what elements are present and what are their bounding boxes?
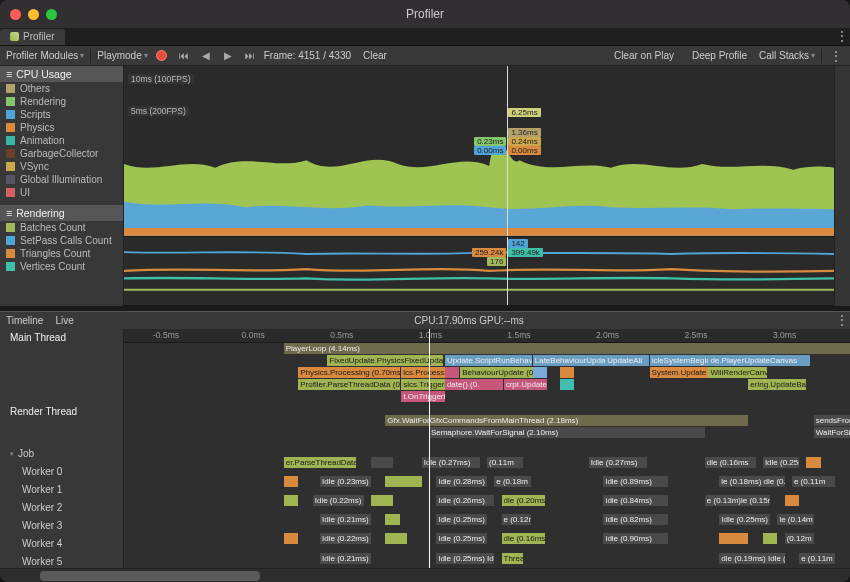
timeline-segment[interactable]: LateBehaviourUpdate (0.62ms) xyxy=(533,355,606,366)
clear-button[interactable]: Clear xyxy=(357,50,393,61)
timeline-segment[interactable]: e (0.13m)le (0.15m)le (0.15m xyxy=(705,495,770,506)
record-button[interactable] xyxy=(154,48,170,64)
live-toggle[interactable]: Live xyxy=(49,315,79,326)
context-menu-icon[interactable]: ⋮ xyxy=(828,48,844,64)
timeline-segment[interactable]: Idle (0.25ms) xyxy=(436,533,487,544)
track-label[interactable]: Render Thread xyxy=(0,403,123,421)
timeline-segment[interactable]: (0.11m xyxy=(487,457,523,468)
timeline-segment[interactable] xyxy=(533,367,548,378)
call-stacks-dropdown[interactable]: Call Stacks xyxy=(759,50,815,61)
track-label[interactable]: Worker 4 xyxy=(0,535,123,553)
profiler-modules-dropdown[interactable]: Profiler Modules xyxy=(6,50,84,61)
timeline-segment[interactable]: BehaviourUpdate (0.54ms) xyxy=(460,367,533,378)
timeline-segment[interactable] xyxy=(445,367,460,378)
timeline-segment[interactable]: Semaphore.WaitForSignal (2.10ms) xyxy=(429,427,705,438)
cpu-chart[interactable]: 10ms (100FPS)5ms (200FPS) 6.25ms1.36ms0.… xyxy=(124,66,834,237)
timeline-segment[interactable]: Idle (0.26ms) xyxy=(436,495,494,506)
module-item[interactable]: UI xyxy=(0,186,123,199)
module-item[interactable]: Global Illumination xyxy=(0,173,123,186)
timeline-segment[interactable]: Idle (0.21ms) xyxy=(320,514,371,525)
timeline-segment[interactable]: Idle (0.22ms) xyxy=(313,495,364,506)
timeline-segment[interactable]: FixedUpdate.PhysicsFixedUpdate (1.23ms) xyxy=(327,355,443,366)
track-label[interactable]: Worker 1 xyxy=(0,481,123,499)
timeline-segment[interactable]: Profiler.ParseThreadData (0.58ms) xyxy=(298,379,400,390)
timeline-menu-icon[interactable]: ⋮ xyxy=(834,312,850,328)
module-item[interactable]: Animation xyxy=(0,134,123,147)
timeline-segment[interactable]: ics.ProcessReports (0.40) xyxy=(401,367,445,378)
module-item[interactable]: Scripts xyxy=(0,108,123,121)
timeline-segment[interactable]: Idle (0.27ms) xyxy=(422,457,480,468)
next-frame-end-icon[interactable]: ⏭ xyxy=(242,48,258,64)
track-label[interactable]: Worker 3 xyxy=(0,517,123,535)
timeline-segment[interactable]: Idle (0.25m) xyxy=(763,457,799,468)
timeline-segment[interactable]: Thread xyxy=(502,553,524,564)
timeline-segment[interactable]: date() (0. xyxy=(445,379,503,390)
module-item[interactable]: VSync xyxy=(0,160,123,173)
timeline-segment[interactable]: Idle (0.84ms) xyxy=(603,495,668,506)
timeline-segment[interactable]: dle (0.16ms) Thread xyxy=(502,533,546,544)
module-item[interactable]: Physics xyxy=(0,121,123,134)
timeline-segment[interactable]: Gfx.WaitForGfxCommandsFromMainThread (2.… xyxy=(385,415,748,426)
timeline-segment[interactable] xyxy=(284,533,299,544)
timeline-segment[interactable]: e (0.11m xyxy=(799,553,835,564)
timeline-segment[interactable]: e (0.11m xyxy=(792,476,836,487)
module-item[interactable]: Batches Count xyxy=(0,221,123,234)
timeline-segment[interactable]: Idle (0.27ms) xyxy=(589,457,647,468)
timeline-segment[interactable]: WaitForSig xyxy=(814,427,850,438)
track-label[interactable]: Main Thread xyxy=(0,329,123,347)
playmode-dropdown[interactable]: Playmode xyxy=(97,50,147,61)
timeline-segment[interactable]: e (0.12m xyxy=(502,514,531,525)
module-item[interactable]: Rendering xyxy=(0,95,123,108)
timeline-segment[interactable]: Update.ScriptRunBehaviourUpdate (0.62ms) xyxy=(445,355,532,366)
timeline-segment[interactable] xyxy=(385,533,407,544)
timeline-view-dropdown[interactable]: Timeline xyxy=(6,315,43,326)
timeline-segment[interactable]: Idle (0.90ms) xyxy=(603,533,668,544)
timeline-segment[interactable]: (0.12m xyxy=(785,533,814,544)
timeline-segment[interactable]: Idle (0.25ms) xyxy=(719,514,770,525)
scrollbar-thumb[interactable] xyxy=(40,571,260,581)
timeline-segment[interactable]: Idle (0.21ms) xyxy=(320,553,371,564)
timeline-segment[interactable]: WillRenderCanvases xyxy=(708,367,766,378)
timeline-segment[interactable]: crpt.Update() [Invoke] (0. xyxy=(504,379,548,390)
timeline-segment[interactable]: er.ParseThreadData (0.38 xyxy=(284,457,357,468)
h-scrollbar[interactable] xyxy=(0,568,850,582)
rendering-header[interactable]: ≡Rendering xyxy=(0,205,123,221)
track-label[interactable]: Worker 2 xyxy=(0,499,123,517)
track-label[interactable]: Worker 0 xyxy=(0,463,123,481)
timeline-segment[interactable] xyxy=(284,495,299,506)
timeline-segment[interactable]: Physics.Processing (0.70ms) xyxy=(298,367,400,378)
cpu-usage-header[interactable]: ≡CPU Usage xyxy=(0,66,123,82)
titlebar[interactable]: Profiler xyxy=(0,0,850,28)
track-label[interactable]: Worker 5 xyxy=(0,553,123,569)
timeline-segment[interactable]: sendsFromM xyxy=(814,415,850,426)
minimize-icon[interactable] xyxy=(28,9,39,20)
time-ruler[interactable]: -0.5ms0.0ms0.5ms1.0ms1.5ms2.0ms2.5ms3.0m… xyxy=(124,329,850,343)
timeline-segment[interactable] xyxy=(785,495,800,506)
timeline-segment[interactable] xyxy=(763,533,778,544)
module-item[interactable]: Vertices Count xyxy=(0,260,123,273)
timeline-segment[interactable] xyxy=(284,476,299,487)
tab-profiler[interactable]: Profiler xyxy=(0,29,65,45)
timeline-segment[interactable]: sics.TriggerEnterExits (0.36) xyxy=(401,379,445,390)
timeline-canvas[interactable]: -0.5ms0.0ms0.5ms1.0ms1.5ms2.0ms2.5ms3.0m… xyxy=(124,329,850,569)
timeline-segment[interactable]: Idle (0.25ms) Idle (0.19ms) xyxy=(436,553,494,564)
timeline-segment[interactable]: PlayerLoop (4.14ms) xyxy=(284,343,850,354)
timeline-segment[interactable]: e (0.18m xyxy=(494,476,530,487)
timeline-segment[interactable]: ering.UpdateBatches xyxy=(748,379,806,390)
timeline-segment[interactable]: Idle (0.89ms) xyxy=(603,476,668,487)
timeline-segment[interactable]: icleSystemBeginUpd xyxy=(650,355,708,366)
timeline-segment[interactable] xyxy=(371,495,393,506)
timeline-segment[interactable]: Idle (0.23ms) xyxy=(320,476,371,487)
close-icon[interactable] xyxy=(10,9,21,20)
module-item[interactable]: Others xyxy=(0,82,123,95)
tab-menu-icon[interactable]: ⋮ xyxy=(834,28,850,44)
timeline-segment[interactable]: Idle (0.82ms) xyxy=(603,514,668,525)
timeline-segment[interactable]: de.PlayerUpdateCanvas xyxy=(708,355,810,366)
zoom-icon[interactable] xyxy=(46,9,57,20)
timeline-segment[interactable] xyxy=(371,457,393,468)
timeline-segment[interactable]: t.OnTriggerEnter() [Invo xyxy=(401,391,445,402)
deep-profile-toggle[interactable]: Deep Profile xyxy=(686,50,753,61)
timeline-segment[interactable]: dle (0.19ms) Idle (0.21ms xyxy=(719,553,784,564)
timeline-segment[interactable] xyxy=(719,533,748,544)
timeline-segment[interactable] xyxy=(385,476,421,487)
